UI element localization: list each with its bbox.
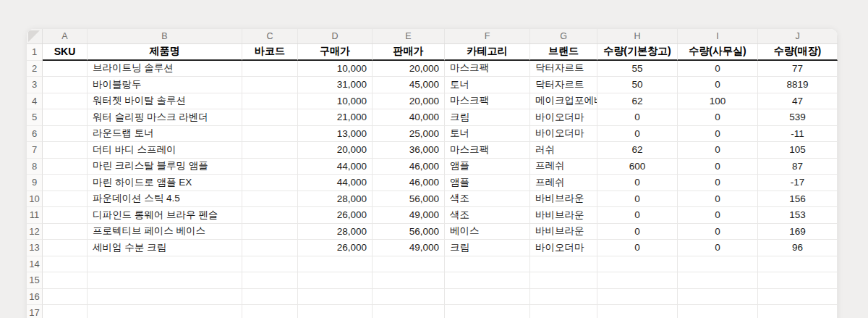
cell-F15[interactable] <box>445 272 530 289</box>
cell-I16[interactable] <box>678 289 758 306</box>
cell-F16[interactable] <box>445 289 530 306</box>
column-header-A[interactable]: A <box>43 29 88 43</box>
cell-D2[interactable]: 10,000 <box>298 61 373 78</box>
cell-C6[interactable] <box>242 126 298 143</box>
cell-A13[interactable] <box>43 240 88 256</box>
cell-D8[interactable]: 44,000 <box>298 159 373 175</box>
cell-G11[interactable]: 바비브라운 <box>530 207 597 224</box>
cell-D11[interactable]: 26,000 <box>298 207 373 224</box>
column-header-C[interactable]: C <box>242 29 298 43</box>
row-number-7[interactable]: 7 <box>27 142 43 159</box>
cell-E11[interactable]: 49,000 <box>373 207 445 224</box>
cell-H1[interactable]: 수량(기본창고) <box>597 44 678 61</box>
cell-A10[interactable] <box>43 191 88 208</box>
cell-E3[interactable]: 45,000 <box>373 77 445 93</box>
cell-B15[interactable] <box>88 272 242 289</box>
cell-I4[interactable]: 100 <box>678 93 758 110</box>
cell-F11[interactable]: 색조 <box>445 207 530 224</box>
cell-F7[interactable]: 마스크팩 <box>445 142 530 159</box>
cell-G15[interactable] <box>530 272 597 289</box>
cell-I15[interactable] <box>678 272 758 289</box>
cell-D5[interactable]: 21,000 <box>298 109 373 126</box>
cell-B17[interactable] <box>88 305 242 318</box>
cell-E1[interactable]: 판매가 <box>373 44 445 61</box>
cell-E6[interactable]: 25,000 <box>373 126 445 143</box>
cell-H2[interactable]: 55 <box>597 61 678 78</box>
row-number-4[interactable]: 4 <box>27 93 43 110</box>
cell-C2[interactable] <box>242 61 298 78</box>
cell-J11[interactable]: 153 <box>758 207 838 224</box>
select-all-corner[interactable] <box>27 29 43 43</box>
cell-B5[interactable]: 워터 슬리핑 마스크 라벤더 <box>88 109 242 126</box>
cell-A9[interactable] <box>43 175 88 191</box>
cell-D4[interactable]: 10,000 <box>298 93 373 110</box>
cell-C16[interactable] <box>242 289 298 306</box>
cell-J7[interactable]: 105 <box>758 142 838 159</box>
row-number-10[interactable]: 10 <box>27 191 43 208</box>
cell-G8[interactable]: 프레쉬 <box>530 159 597 175</box>
cell-H10[interactable]: 0 <box>597 191 678 208</box>
cell-B13[interactable]: 세비엄 수분 크림 <box>88 240 242 256</box>
cell-H7[interactable]: 62 <box>597 142 678 159</box>
cell-F17[interactable] <box>445 305 530 318</box>
cell-G1[interactable]: 브랜드 <box>530 44 597 61</box>
cell-C13[interactable] <box>242 240 298 256</box>
cell-A17[interactable] <box>43 305 88 318</box>
cell-A3[interactable] <box>43 77 88 93</box>
cell-G17[interactable] <box>530 305 597 318</box>
cell-G5[interactable]: 바이오더마 <box>530 109 597 126</box>
cell-A7[interactable] <box>43 142 88 159</box>
cell-E15[interactable] <box>373 272 445 289</box>
row-number-13[interactable]: 13 <box>27 240 43 256</box>
cell-I3[interactable]: 0 <box>678 77 758 93</box>
cell-J12[interactable]: 169 <box>758 224 838 240</box>
cell-G7[interactable]: 러쉬 <box>530 142 597 159</box>
cell-I2[interactable]: 0 <box>678 61 758 78</box>
cell-A8[interactable] <box>43 159 88 175</box>
cell-I17[interactable] <box>678 305 758 318</box>
cell-J3[interactable]: 8819 <box>758 77 838 93</box>
cell-J8[interactable]: 87 <box>758 159 838 175</box>
cell-F9[interactable]: 앰플 <box>445 175 530 191</box>
row-number-3[interactable]: 3 <box>27 77 43 93</box>
cell-A2[interactable] <box>43 61 88 78</box>
cell-E13[interactable]: 49,000 <box>373 240 445 256</box>
cell-H14[interactable] <box>597 256 678 273</box>
cell-B10[interactable]: 파운데이션 스틱 4.5 <box>88 191 242 208</box>
row-number-12[interactable]: 12 <box>27 224 43 240</box>
cell-D15[interactable] <box>298 272 373 289</box>
cell-G2[interactable]: 닥터자르트 <box>530 61 597 78</box>
cell-B6[interactable]: 라운드랩 토너 <box>88 126 242 143</box>
cell-I1[interactable]: 수량(사무실) <box>678 44 758 61</box>
cell-H5[interactable]: 0 <box>597 109 678 126</box>
cell-I8[interactable]: 0 <box>678 159 758 175</box>
cell-G16[interactable] <box>530 289 597 306</box>
cell-I5[interactable]: 0 <box>678 109 758 126</box>
column-header-J[interactable]: J <box>758 29 838 43</box>
cell-E16[interactable] <box>373 289 445 306</box>
cell-C7[interactable] <box>242 142 298 159</box>
cell-E10[interactable]: 56,000 <box>373 191 445 208</box>
cell-G10[interactable]: 바비브라운 <box>530 191 597 208</box>
cell-C1[interactable]: 바코드 <box>242 44 298 61</box>
cell-I6[interactable]: 0 <box>678 126 758 143</box>
cell-J5[interactable]: 539 <box>758 109 838 126</box>
cell-C17[interactable] <box>242 305 298 318</box>
cell-J16[interactable] <box>758 289 838 306</box>
cell-D9[interactable]: 44,000 <box>298 175 373 191</box>
cell-A16[interactable] <box>43 289 88 306</box>
cell-C4[interactable] <box>242 93 298 110</box>
row-number-8[interactable]: 8 <box>27 159 43 175</box>
cell-H11[interactable]: 0 <box>597 207 678 224</box>
cell-E2[interactable]: 20,000 <box>373 61 445 78</box>
cell-J4[interactable]: 47 <box>758 93 838 110</box>
cell-A1[interactable]: SKU <box>43 44 88 61</box>
cell-B2[interactable]: 브라이트닝 솔루션 <box>88 61 242 78</box>
cell-A5[interactable] <box>43 109 88 126</box>
cell-I13[interactable]: 0 <box>678 240 758 256</box>
cell-J15[interactable] <box>758 272 838 289</box>
cell-D13[interactable]: 26,000 <box>298 240 373 256</box>
cell-I10[interactable]: 0 <box>678 191 758 208</box>
cell-H16[interactable] <box>597 289 678 306</box>
cell-F2[interactable]: 마스크팩 <box>445 61 530 78</box>
